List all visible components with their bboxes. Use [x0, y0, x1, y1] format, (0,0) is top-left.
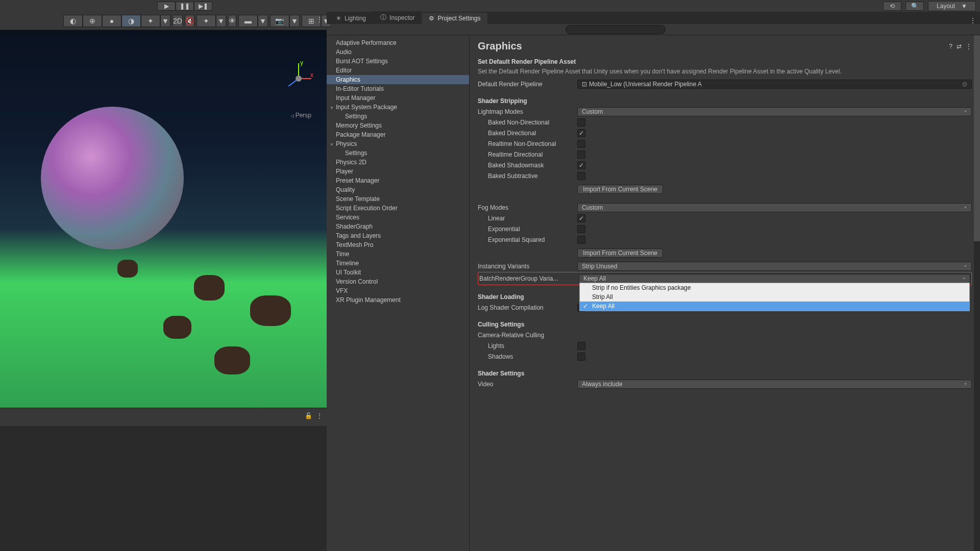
tab-project-settings[interactable]: ⚙Project Settings	[422, 13, 487, 24]
orientation-gizmo[interactable]: yx	[281, 61, 316, 96]
dropdown-video[interactable]: Always include	[577, 380, 972, 389]
sidebar-item-physics-2d[interactable]: Physics 2D	[327, 158, 469, 167]
sidebar-item-in-editor-tutorials[interactable]: In-Editor Tutorials	[327, 84, 469, 93]
label-default-pipeline: Default Render Pipeline	[478, 81, 577, 88]
camera-dropdown[interactable]: ▼	[289, 15, 300, 27]
checkbox-exp-squared[interactable]	[577, 236, 585, 244]
undo-history-button[interactable]: ⟲	[883, 2, 901, 11]
sidebar-item-audio[interactable]: Audio	[327, 47, 469, 57]
checkbox-baked-dir[interactable]: ✓	[577, 129, 585, 137]
sidebar-item-burst-aot[interactable]: Burst AOT Settings	[327, 57, 469, 66]
camera-button[interactable]: 📷	[270, 15, 289, 27]
dropdown-brg[interactable]: Keep All Strip if no Entities Graphics p…	[579, 274, 970, 283]
dropdown-fog-modes[interactable]: Custom	[577, 203, 972, 212]
checkbox-baked-non-dir[interactable]	[577, 118, 585, 127]
page-title: Graphics	[478, 40, 522, 52]
sidebar-item-adaptive-performance[interactable]: Adaptive Performance	[327, 38, 469, 47]
step-button[interactable]: ▶❚	[194, 2, 212, 11]
sidebar-item-player[interactable]: Player	[327, 167, 469, 176]
svg-text:y: y	[300, 61, 303, 66]
checkbox-baked-shadowmask[interactable]: ✓	[577, 161, 585, 169]
sidebar-item-physics[interactable]: Physics	[327, 139, 469, 148]
svg-text:x: x	[310, 71, 313, 79]
brg-option-keep-all[interactable]: Keep All	[580, 302, 969, 311]
label-brg: BatchRendererGroup Varia...	[479, 275, 579, 282]
scene-more-icon[interactable]: ⋮	[316, 16, 323, 23]
sidebar-item-shadergraph[interactable]: ShaderGraph	[327, 222, 469, 231]
lock-icon[interactable]: 🔓	[305, 412, 312, 419]
pause-button[interactable]: ❚❚	[176, 2, 194, 11]
hidden-toggle[interactable]: 👁	[228, 15, 236, 27]
tab-inspector[interactable]: ⓘInspector	[373, 11, 422, 24]
scene-footer-more-icon[interactable]: ⋮	[316, 412, 323, 419]
checkbox-shadows[interactable]	[577, 353, 585, 361]
sidebar-item-ui-toolkit[interactable]: UI Toolkit	[327, 268, 469, 277]
fx-dropdown[interactable]: ▼	[216, 15, 226, 27]
fx-button[interactable]: ✦	[197, 15, 216, 27]
asset-icon: ⊡	[582, 81, 587, 88]
search-input[interactable]	[566, 25, 666, 34]
checkbox-realtime-dir[interactable]	[577, 151, 585, 159]
dropdown-instancing[interactable]: Strip Unused	[577, 262, 972, 271]
row-linear: Linear ✓	[478, 213, 972, 223]
sidebar-item-input-system-settings[interactable]: Settings	[327, 112, 469, 121]
sidebar-item-memory-settings[interactable]: Memory Settings	[327, 121, 469, 130]
btn-import-fog[interactable]: Import From Current Scene	[577, 248, 663, 258]
main-area: ◐ ⊕ ● ◑ ✦ ▼ 2D 🔇 ✦ ▼ 👁 ▬ ▼ 📷 ▼	[0, 12, 980, 551]
layers-dropdown[interactable]: ▼	[258, 15, 268, 27]
sidebar-item-package-manager[interactable]: Package Manager	[327, 130, 469, 139]
sidebar-item-scene-template[interactable]: Scene Template	[327, 194, 469, 204]
shaded-wire-button[interactable]: ●	[102, 15, 121, 27]
perspective-label[interactable]: ◁ Persp	[290, 112, 311, 119]
sidebar-item-graphics[interactable]: Graphics	[327, 75, 469, 84]
sidebar-item-vfx[interactable]: VFX	[327, 286, 469, 295]
sidebar-item-time[interactable]: Time	[327, 249, 469, 259]
shading-dropdown[interactable]: ▼	[160, 15, 170, 27]
checkbox-lights[interactable]	[577, 342, 585, 350]
btn-import-lightmap[interactable]: Import From Current Scene	[577, 185, 663, 194]
sidebar-item-editor[interactable]: Editor	[327, 66, 469, 75]
shaded-button[interactable]: ◐	[63, 15, 83, 27]
layers-button[interactable]: ▬	[238, 15, 258, 27]
scene-footer: ⋮ 🔓	[0, 408, 327, 426]
sidebar-item-preset-manager[interactable]: Preset Manager	[327, 176, 469, 185]
tab-lighting[interactable]: ☀Lighting	[329, 13, 373, 24]
sidebar-item-services[interactable]: Services	[327, 213, 469, 222]
sidebar-item-tags-layers[interactable]: Tags and Layers	[327, 231, 469, 240]
brg-option-strip-entities[interactable]: Strip if no Entities Graphics package	[580, 283, 969, 292]
field-default-pipeline[interactable]: ⊡Mobile_Low (Universal Render Pipeline A	[577, 80, 972, 89]
content-scrollbar[interactable]	[974, 35, 980, 551]
preset-icon[interactable]: ⇄	[957, 43, 962, 50]
sidebar-item-physics-settings[interactable]: Settings	[327, 148, 469, 158]
checkbox-realtime-non-dir[interactable]	[577, 140, 585, 148]
sidebar-item-xr-plugin[interactable]: XR Plugin Management	[327, 295, 469, 305]
help-icon[interactable]: ?	[949, 43, 952, 50]
sidebar-item-input-system-package[interactable]: Input System Package	[327, 103, 469, 112]
layout-dropdown[interactable]: Layout ▼	[928, 1, 976, 11]
brg-option-strip-all[interactable]: Strip All	[580, 292, 969, 302]
sidebar-item-quality[interactable]: Quality	[327, 185, 469, 194]
sidebar-item-textmesh-pro[interactable]: TextMesh Pro	[327, 240, 469, 249]
2d-toggle[interactable]: 2D	[173, 15, 183, 27]
tabs-more-icon[interactable]: ⋮	[970, 17, 976, 24]
sidebar-item-script-execution-order[interactable]: Script Execution Order	[327, 204, 469, 213]
sidebar-item-version-control[interactable]: Version Control	[327, 277, 469, 286]
wireframe-button[interactable]: ⊕	[83, 15, 102, 27]
label-baked-subtractive: Baked Subtractive	[478, 172, 577, 180]
unlit-button[interactable]: ◑	[121, 15, 141, 27]
checkbox-baked-subtractive[interactable]	[577, 172, 585, 180]
label-exponential: Exponential	[478, 226, 577, 233]
search-button[interactable]: 🔍	[905, 2, 924, 11]
dropdown-lightmap-modes[interactable]: Custom	[577, 107, 972, 116]
audio-toggle[interactable]: 🔇	[185, 15, 194, 27]
scrollbar-thumb[interactable]	[974, 35, 980, 241]
sidebar-item-input-manager[interactable]: Input Manager	[327, 93, 469, 103]
debug-button[interactable]: ✦	[141, 15, 160, 27]
sidebar-item-timeline[interactable]: Timeline	[327, 259, 469, 268]
play-button[interactable]: ▶	[157, 2, 176, 11]
scene-viewport[interactable]: yx ◁ Persp	[0, 30, 327, 408]
checkbox-linear[interactable]: ✓	[577, 214, 585, 222]
checkbox-exponential[interactable]	[577, 225, 585, 233]
more-icon[interactable]: ⋮	[966, 43, 972, 50]
label-baked-non-dir: Baked Non-Directional	[478, 119, 577, 126]
